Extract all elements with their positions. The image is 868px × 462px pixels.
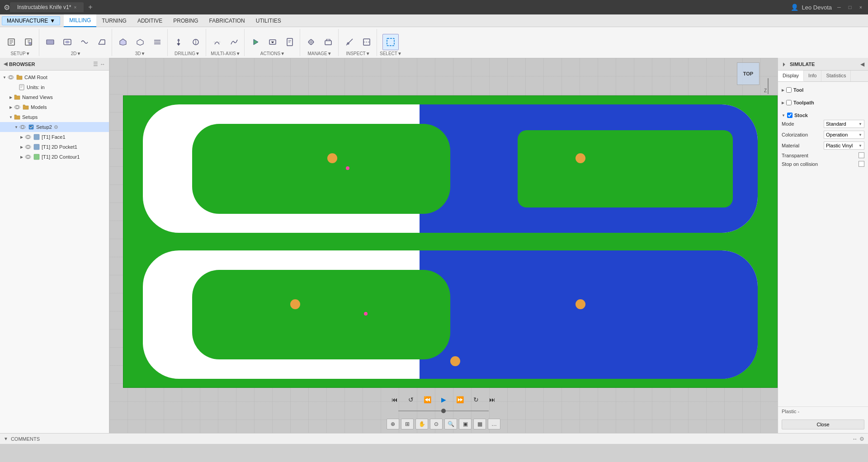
toolpath-section-checkbox[interactable]: [786, 100, 792, 105]
browser-expand-icon[interactable]: ↔: [100, 61, 105, 67]
contour1-expand-arrow[interactable]: ▶: [19, 154, 24, 160]
close-button[interactable]: Close: [782, 420, 864, 429]
drill-btn2[interactable]: [188, 34, 204, 50]
tree-item-contour1[interactable]: ▶ [T1] 2D Contour1: [0, 152, 109, 162]
sim-tab-display[interactable]: Display: [778, 71, 804, 81]
3d-btn1[interactable]: [115, 34, 131, 50]
comments-expand-icon[interactable]: ↔: [852, 436, 858, 442]
cam-root-expand-arrow[interactable]: ▼: [2, 75, 7, 80]
tree-item-setup2[interactable]: ▼ Setup2 ⚙: [0, 122, 109, 132]
manage-btn1[interactable]: [303, 34, 319, 50]
multi-btn1[interactable]: [209, 34, 225, 50]
progress-dot[interactable]: [441, 409, 446, 413]
pan-button[interactable]: ✋: [415, 419, 428, 429]
loop-back-button[interactable]: ↺: [404, 393, 418, 406]
orbit-button[interactable]: ⊙: [430, 419, 443, 429]
pocket1-expand-arrow[interactable]: ▶: [19, 144, 24, 150]
tree-item-models[interactable]: ▶ Models: [0, 102, 109, 112]
setups-expand-arrow[interactable]: ▼: [8, 114, 14, 120]
comments-collapse-icon[interactable]: ▼: [4, 436, 8, 441]
sim-section-tool-header[interactable]: ▶ Tool: [782, 85, 864, 94]
sim-tab-info[interactable]: Info: [804, 71, 821, 81]
tab-utilities[interactable]: UTILITIES: [250, 14, 287, 27]
tree-item-units[interactable]: ▶ Units: in: [0, 82, 109, 92]
loop-forward-button[interactable]: ↻: [469, 393, 483, 406]
fast-forward-button[interactable]: ⏩: [453, 393, 467, 406]
drill-btn1[interactable]: [170, 34, 187, 50]
models-expand-arrow[interactable]: ▶: [8, 104, 14, 110]
multi-btn2[interactable]: [226, 34, 242, 50]
display-mode-button[interactable]: ▣: [459, 419, 472, 429]
tab-additive[interactable]: ADDITIVE: [132, 14, 168, 27]
skip-end-button[interactable]: ⏭: [485, 393, 500, 406]
zoom-button[interactable]: 🔍: [444, 419, 457, 429]
play-button[interactable]: ▶: [436, 393, 451, 406]
more-view-button[interactable]: …: [488, 419, 500, 429]
minimize-button[interactable]: ─: [835, 4, 843, 11]
colorization-select[interactable]: Operation ▼: [824, 131, 864, 139]
stock-section-checkbox[interactable]: [787, 113, 793, 118]
browser-filter-icon[interactable]: ☰: [93, 61, 98, 67]
cam-root-eye-icon[interactable]: [7, 74, 14, 81]
grid-button[interactable]: ▦: [473, 419, 486, 429]
contour1-eye-icon[interactable]: [24, 153, 32, 160]
select-btn1[interactable]: [382, 34, 399, 50]
home-view-button[interactable]: ⊕: [387, 419, 399, 429]
face1-eye-icon[interactable]: [24, 133, 32, 141]
2d-btn4[interactable]: [94, 34, 110, 50]
manage-btn2[interactable]: [320, 34, 336, 50]
sim-section-toolpath-header[interactable]: ▶ Toolpath: [782, 98, 864, 107]
close-button[interactable]: ×: [857, 4, 864, 11]
setup2-eye-icon[interactable]: [19, 123, 26, 131]
simulate-collapse-button[interactable]: ◀: [860, 61, 864, 67]
tree-item-face1[interactable]: ▶ [T1] Face1: [0, 132, 109, 142]
nav-cube-top-face[interactable]: TOP: [737, 62, 760, 85]
tree-item-cam-root[interactable]: ▼ CAM Root: [0, 72, 109, 82]
named-views-expand-arrow[interactable]: ▶: [8, 94, 14, 100]
actions-btn2[interactable]: [264, 34, 281, 50]
manufacture-dropdown[interactable]: MANUFACTURE ▼: [2, 16, 60, 25]
pocket1-eye-icon[interactable]: [24, 143, 32, 151]
2d-btn3[interactable]: [76, 34, 93, 50]
inspect-btn2[interactable]: [359, 34, 375, 50]
sim-section-stock-header[interactable]: ▼ Stock: [782, 111, 864, 120]
setup-edit-button[interactable]: [21, 34, 37, 50]
tab-fabrication[interactable]: FABRICATION: [204, 14, 250, 27]
setup2-gear-icon[interactable]: ⚙: [54, 124, 58, 130]
setup-new-button[interactable]: [4, 34, 20, 50]
rewind-button[interactable]: ⏪: [420, 393, 434, 406]
tab-close-icon[interactable]: ×: [74, 5, 76, 10]
sim-tab-statistics[interactable]: Statistics: [821, 71, 851, 81]
transparent-checkbox[interactable]: [859, 152, 864, 158]
3d-btn2[interactable]: [132, 34, 148, 50]
tab-milling[interactable]: MILLING: [64, 14, 96, 27]
progress-bar[interactable]: [398, 410, 489, 411]
material-select[interactable]: Plastic Vinyl ▼: [824, 141, 864, 150]
tree-item-setups[interactable]: ▼ Setups: [0, 112, 109, 122]
2d-btn1[interactable]: [42, 34, 58, 50]
setup2-expand-arrow[interactable]: ▼: [14, 124, 19, 130]
comments-settings-icon[interactable]: ⚙: [859, 436, 864, 442]
mode-select[interactable]: Standard ▼: [824, 120, 864, 128]
stop-collision-checkbox[interactable]: [859, 161, 864, 167]
maximize-button[interactable]: □: [846, 4, 854, 11]
tree-item-named-views[interactable]: ▶ Named Views: [0, 92, 109, 102]
new-tab-button[interactable]: +: [85, 2, 96, 12]
inspect-btn1[interactable]: [341, 34, 358, 50]
2d-btn2[interactable]: [59, 34, 75, 50]
tool-section-checkbox[interactable]: [786, 87, 792, 93]
3d-btn3[interactable]: [149, 34, 165, 50]
models-eye-icon[interactable]: [14, 104, 21, 111]
tab-turning[interactable]: TURNING: [96, 14, 132, 27]
skip-start-button[interactable]: ⏮: [387, 393, 402, 406]
tab-probing[interactable]: PROBING: [168, 14, 203, 27]
tree-item-pocket1[interactable]: ▶ [T1] 2D Pocket1: [0, 142, 109, 152]
viewport[interactable]: TOP Z ⏮ ↺ ⏪ ▶ ⏩ ↻ ⏭ ⊕ ⊞ ✋: [109, 58, 778, 433]
fit-view-button[interactable]: ⊞: [401, 419, 414, 429]
actions-btn1[interactable]: [247, 34, 264, 50]
app-tab[interactable]: Instructables Knife v1* ×: [10, 2, 84, 12]
actions-btn3[interactable]: [282, 34, 298, 50]
collapse-left-icon[interactable]: ◀: [4, 61, 7, 67]
nav-cube[interactable]: TOP Z: [737, 62, 773, 99]
face1-expand-arrow[interactable]: ▶: [19, 134, 24, 140]
